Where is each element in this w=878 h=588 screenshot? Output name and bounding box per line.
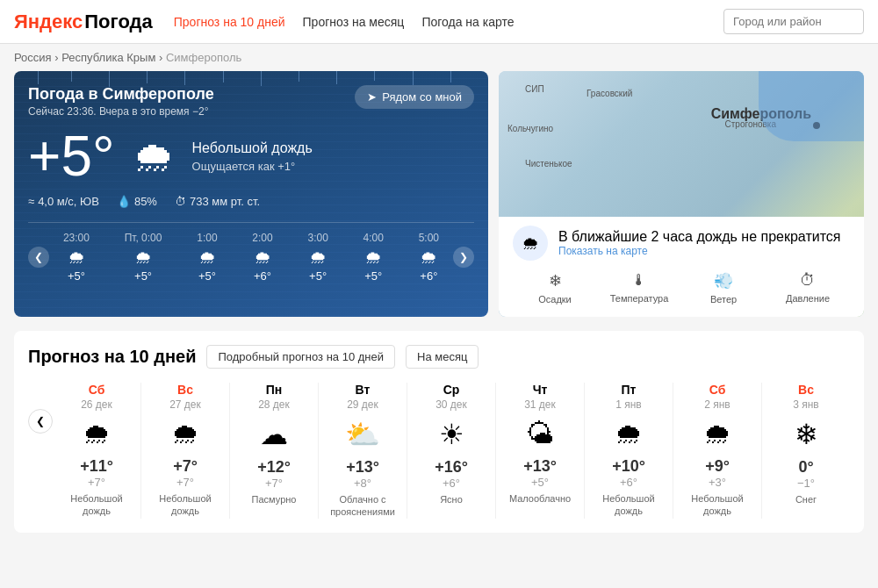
day-temp-low: +6° bbox=[588, 476, 669, 489]
hourly-icon: 🌧 bbox=[307, 247, 327, 268]
forecast-day[interactable]: Ср 30 дек ☀ +16° +6° Ясно bbox=[407, 383, 496, 519]
hourly-time: Пт, 0:00 bbox=[125, 232, 162, 244]
breadcrumb-crimea[interactable]: Республика Крым bbox=[61, 51, 155, 64]
rain-popup-icon-item[interactable]: ❄ Осадки bbox=[513, 268, 597, 308]
nav-month[interactable]: Прогноз на месяц bbox=[303, 15, 405, 29]
hourly-icon: 🌧 bbox=[419, 247, 439, 268]
day-name: Ср bbox=[411, 383, 492, 397]
day-icon: ☁ bbox=[234, 418, 314, 451]
forecast-prev-button[interactable]: ❮ bbox=[28, 409, 53, 434]
day-temp-low: −1° bbox=[766, 477, 846, 490]
nearby-button[interactable]: ➤ Рядом со мной bbox=[355, 85, 474, 109]
pressure-stat: ⏱ 733 мм рт. ст. bbox=[175, 195, 260, 208]
temp-row: +5° 🌧 Небольшой дождь Ощущается как +1° bbox=[28, 128, 474, 184]
day-date: 26 дек bbox=[56, 398, 137, 411]
hourly-time: 1:00 bbox=[197, 232, 217, 244]
breadcrumb-sep2: › bbox=[159, 51, 166, 64]
hourly-item: 5:00 🌧 +6° bbox=[419, 232, 439, 283]
day-desc: Небольшой дождь bbox=[677, 492, 758, 518]
map-water bbox=[759, 71, 864, 141]
hourly-temp: +5° bbox=[63, 269, 90, 283]
day-temp-low: +6° bbox=[411, 477, 492, 490]
logo: Яндекс Погода bbox=[14, 11, 153, 33]
forecast-day[interactable]: Вс 3 янв ❄ 0° −1° Снег bbox=[762, 383, 850, 519]
day-date: 3 янв bbox=[766, 398, 846, 411]
forecast-day[interactable]: Пн 28 дек ☁ +12° +7° Пасмурно bbox=[230, 383, 319, 519]
hourly-icon: 🌧 bbox=[63, 247, 90, 268]
wind-stat: ≈ 4,0 м/с, ЮВ bbox=[28, 195, 99, 208]
hourly-temp: +5° bbox=[125, 269, 162, 283]
weather-feels: Ощущается как +1° bbox=[192, 160, 313, 173]
forecast-day[interactable]: Пт 1 янв 🌧 +10° +6° Небольшой дождь bbox=[585, 383, 673, 519]
day-name: Сб bbox=[56, 383, 137, 397]
forecast-day[interactable]: Сб 26 дек 🌧 +11° +7° Небольшой дождь bbox=[53, 383, 141, 519]
rain-popup-label: Осадки bbox=[538, 294, 572, 305]
hourly-item: 1:00 🌧 +5° bbox=[197, 232, 217, 283]
day-desc: Облачно с прояснениями bbox=[322, 493, 403, 519]
rain-popup-sym: ⏱ bbox=[800, 271, 816, 290]
day-desc: Снег bbox=[766, 493, 846, 506]
hourly-row: ❮ 23:00 🌧 +5° Пт, 0:00 🌧 +5° 1:00 🌧 +5° … bbox=[28, 222, 474, 283]
hourly-icon: 🌧 bbox=[363, 247, 384, 268]
logo-pogoda: Погода bbox=[84, 11, 152, 33]
rain-popup-sym: 💨 bbox=[714, 271, 733, 290]
rain-popup-label: Ветер bbox=[710, 294, 737, 305]
rain-popup-text: В ближайшие 2 часа дождь не прекратится bbox=[558, 229, 840, 245]
hourly-next-button[interactable]: ❯ bbox=[453, 247, 474, 268]
rain-popup-label: Температура bbox=[610, 293, 669, 304]
forecast-title: Прогноз на 10 дней bbox=[28, 347, 196, 367]
nav-10days[interactable]: Прогноз на 10 дней bbox=[174, 15, 285, 29]
day-name: Вс bbox=[145, 383, 226, 397]
main-content: Погода в Симферополе Сейчас 23:36. Вчера… bbox=[0, 71, 878, 331]
hourly-icon: 🌧 bbox=[197, 247, 217, 268]
forecast-day[interactable]: Сб 2 янв 🌧 +9° +3° Небольшой дождь bbox=[673, 383, 762, 519]
forecast-day[interactable]: Вс 27 дек 🌧 +7° +7° Небольшой дождь bbox=[141, 383, 230, 519]
hourly-time: 5:00 bbox=[419, 232, 439, 244]
rain-popup-label: Давление bbox=[786, 293, 830, 304]
logo-yandex: Яндекс bbox=[14, 11, 83, 33]
day-temp-low: +7° bbox=[145, 476, 226, 489]
forecast-day[interactable]: Чт 31 дек 🌤 +13° +5° Малооблачно bbox=[496, 383, 585, 519]
hourly-items: 23:00 🌧 +5° Пт, 0:00 🌧 +5° 1:00 🌧 +5° 2:… bbox=[49, 232, 453, 283]
weather-stats: ≈ 4,0 м/с, ЮВ 💧 85% ⏱ 733 мм рт. ст. bbox=[28, 195, 474, 208]
rain-popup-icon-item[interactable]: 🌡 Температура bbox=[597, 268, 681, 308]
day-temp-high: +7° bbox=[145, 457, 226, 476]
hourly-icon: 🌧 bbox=[125, 247, 162, 268]
detailed-forecast-button[interactable]: Подробный прогноз на 10 дней bbox=[206, 345, 395, 369]
rain-popup-icon-item[interactable]: 💨 Ветер bbox=[681, 268, 766, 308]
city-search-input[interactable] bbox=[723, 9, 864, 34]
current-temp: +5° bbox=[28, 128, 115, 184]
breadcrumb-city: Симферополь bbox=[166, 51, 241, 64]
day-desc: Ясно bbox=[411, 493, 492, 506]
day-icon: 🌧 bbox=[588, 418, 669, 450]
map-label-grassovka: Грасовский bbox=[587, 89, 632, 98]
day-icon: 🌧 bbox=[677, 418, 758, 450]
forecast-day[interactable]: Вт 29 дек ⛅ +13° +8° Облачно с прояснени… bbox=[319, 383, 407, 519]
hourly-icon: 🌧 bbox=[252, 247, 272, 268]
rain-popup-icon: 🌧 bbox=[513, 226, 548, 261]
day-icon: ❄ bbox=[766, 418, 846, 451]
day-icon: ☀ bbox=[411, 418, 492, 451]
breadcrumb-russia[interactable]: Россия bbox=[14, 51, 52, 64]
rain-popup-sym: 🌡 bbox=[631, 271, 647, 290]
day-temp-high: +16° bbox=[411, 458, 492, 477]
month-forecast-button[interactable]: На месяц bbox=[406, 345, 479, 369]
day-name: Пт bbox=[588, 383, 669, 397]
day-name: Вс bbox=[766, 383, 846, 397]
pressure-icon: ⏱ bbox=[175, 195, 186, 208]
rain-popup-row: 🌧 В ближайшие 2 часа дождь не прекратитс… bbox=[513, 226, 850, 261]
rain-popup-icon-item[interactable]: ⏱ Давление bbox=[766, 268, 850, 308]
rain-popup-icons: ❄ Осадки 🌡 Температура 💨 Ветер ⏱ Давлени… bbox=[513, 268, 850, 308]
day-temp-high: +13° bbox=[322, 458, 403, 477]
hourly-prev-button[interactable]: ❮ bbox=[28, 247, 49, 268]
nav-map[interactable]: Погода на карте bbox=[421, 15, 514, 29]
day-temp-high: +13° bbox=[500, 457, 580, 476]
hourly-time: 4:00 bbox=[363, 232, 384, 244]
hourly-temp: +6° bbox=[419, 269, 439, 283]
day-icon: 🌧 bbox=[145, 418, 226, 450]
hourly-time: 3:00 bbox=[307, 232, 327, 244]
weather-card: Погода в Симферополе Сейчас 23:36. Вчера… bbox=[14, 71, 488, 317]
rain-popup-link[interactable]: Показать на карте bbox=[558, 245, 840, 257]
map-area: СИП Грасовский Кольчугино Строгоновка Чи… bbox=[499, 71, 864, 317]
forecast-section: Прогноз на 10 дней Подробный прогноз на … bbox=[14, 331, 864, 533]
